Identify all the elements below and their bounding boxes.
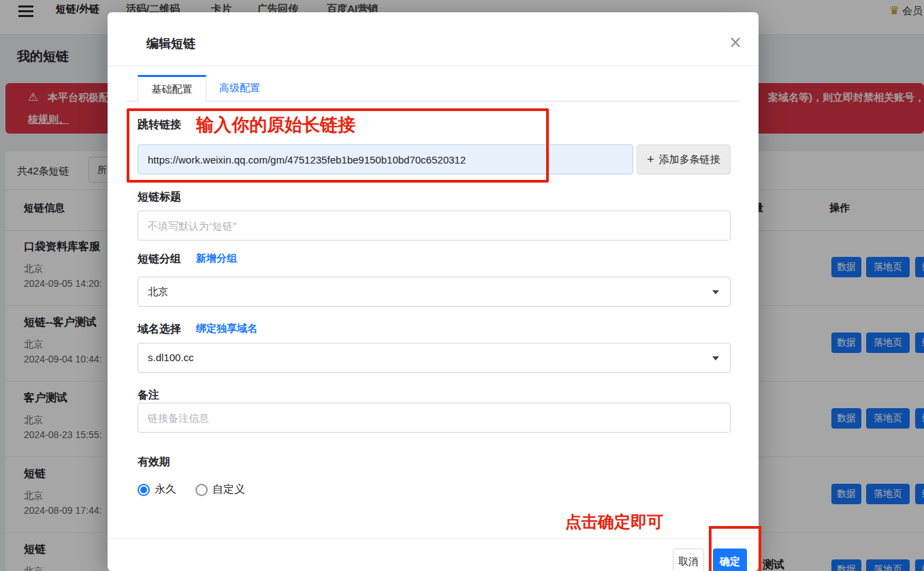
add-button-label: 添加多条链接 xyxy=(659,153,720,166)
radio-permanent[interactable]: 永久 xyxy=(138,482,176,497)
confirm-button[interactable]: 确定 xyxy=(713,549,747,571)
validity-label: 有效期 xyxy=(138,455,170,469)
divider xyxy=(108,538,759,539)
edit-shortlink-modal: 编辑短链 × 基础配置 高级配置 跳转链接 +添加多条链接 短链标题 短链分组 … xyxy=(108,12,759,571)
app-screen: 短链/外链 活码/二维码 卡片 广告回传 百度AI营销 ♛会员 我的短链 ⚠ 本… xyxy=(0,0,924,571)
divider xyxy=(126,101,740,102)
radio-custom[interactable]: 自定义 xyxy=(195,482,245,497)
group-select-value: 北京 xyxy=(148,286,168,297)
remark-label: 备注 xyxy=(138,388,159,403)
close-icon[interactable]: × xyxy=(729,34,742,50)
tab-basic-config[interactable]: 基础配置 xyxy=(138,75,206,102)
domain-select-value: s.dl100.cc xyxy=(148,352,194,363)
bind-domain-link[interactable]: 绑定独享域名 xyxy=(196,322,257,335)
add-group-link[interactable]: 新增分组 xyxy=(196,252,237,265)
remark-input[interactable] xyxy=(138,403,731,433)
chevron-down-icon xyxy=(712,290,719,294)
tab-advanced-config[interactable]: 高级配置 xyxy=(219,82,260,95)
modal-title: 编辑短链 xyxy=(146,35,195,52)
group-select[interactable]: 北京 xyxy=(138,277,731,307)
chevron-down-icon xyxy=(712,356,719,360)
domain-label: 域名选择 xyxy=(138,322,181,337)
jump-link-label: 跳转链接 xyxy=(138,118,181,132)
jump-link-input[interactable] xyxy=(138,144,633,174)
divider xyxy=(108,65,759,66)
radio-unselected-icon xyxy=(195,484,208,496)
add-multiple-links-button[interactable]: +添加多条链接 xyxy=(637,144,731,174)
validity-options: 永久 自定义 xyxy=(138,482,245,497)
radio-permanent-label: 永久 xyxy=(155,482,176,497)
radio-custom-label: 自定义 xyxy=(212,482,245,497)
group-label: 短链分组 xyxy=(138,252,181,266)
cancel-button[interactable]: 取消 xyxy=(673,549,704,571)
domain-select[interactable]: s.dl100.cc xyxy=(138,343,731,373)
radio-selected-icon xyxy=(138,484,150,496)
plus-icon: + xyxy=(647,153,654,167)
short-title-input[interactable] xyxy=(138,211,731,241)
short-title-label: 短链标题 xyxy=(138,190,181,204)
